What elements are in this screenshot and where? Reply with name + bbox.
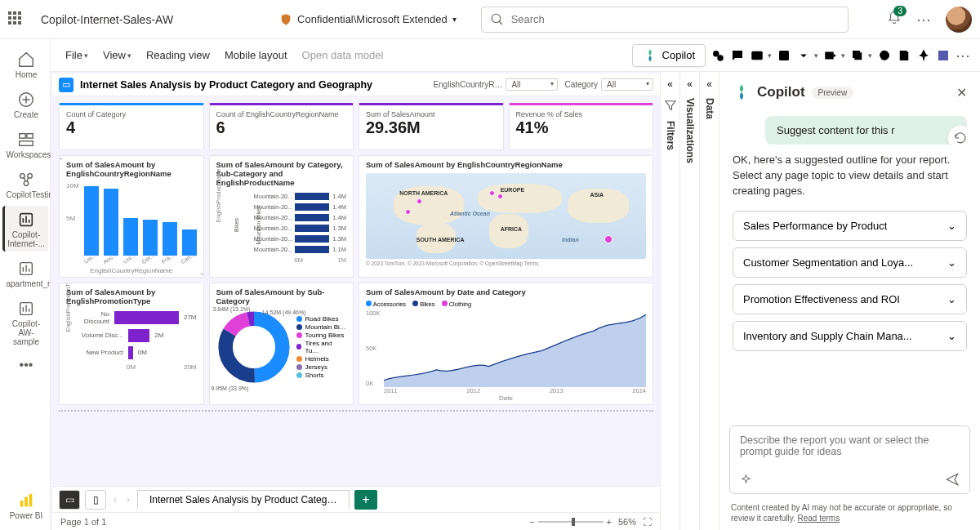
- home-icon: [17, 51, 35, 69]
- export-icon[interactable]: [796, 48, 811, 63]
- pin-icon[interactable]: [916, 48, 931, 63]
- share-icon[interactable]: [823, 48, 838, 63]
- kpi-revenue-pct[interactable]: Revenue % of Sales41%: [509, 103, 654, 150]
- zoom-slider[interactable]: − +: [529, 517, 612, 527]
- kpi-country-count[interactable]: Count of EnglishCountryRegionName6: [209, 103, 354, 150]
- nav-home[interactable]: Home: [2, 46, 48, 82]
- menu-mobile[interactable]: Mobile layout: [220, 46, 292, 65]
- more-options-icon[interactable]: ⋯: [916, 11, 931, 29]
- search-box[interactable]: [481, 7, 849, 33]
- report-icon: [17, 300, 35, 318]
- chevron-down-icon: ⌄: [947, 330, 956, 342]
- send-icon[interactable]: [945, 472, 960, 487]
- copilot-footer: Content created by AI may not be accurat…: [719, 499, 980, 530]
- notifications-button[interactable]: 3: [887, 11, 902, 29]
- filter-icon: [663, 98, 678, 113]
- workspaces-icon: [17, 131, 35, 149]
- slicer-country[interactable]: EnglishCountryR…All: [433, 78, 558, 91]
- copilot-header: Copilot Preview ✕: [719, 72, 980, 109]
- explore-icon[interactable]: [710, 48, 725, 63]
- add-page-button[interactable]: +: [354, 490, 377, 510]
- chevron-down-icon: ⌄: [947, 220, 956, 232]
- menu-reading[interactable]: Reading view: [141, 46, 215, 65]
- svg-line-1: [499, 21, 502, 24]
- svg-rect-25: [29, 494, 33, 507]
- preview-badge: Preview: [812, 87, 854, 99]
- nav-copilot-testing[interactable]: CopilotTesting: [2, 166, 48, 203]
- chevron-left-icon: «: [687, 78, 693, 90]
- powerbi-icon: [17, 492, 35, 510]
- read-terms-link[interactable]: Read terms: [798, 514, 840, 523]
- fit-page-icon[interactable]: ⛶: [643, 517, 652, 527]
- comment-icon[interactable]: [730, 48, 745, 63]
- left-nav-rail: Home Create Workspaces CopilotTesting Co…: [0, 39, 51, 530]
- zoom-in-icon[interactable]: +: [607, 517, 612, 527]
- svg-rect-7: [20, 141, 33, 146]
- report-canvas: ▭ Internet Sales Analysis by Product Cat…: [51, 72, 660, 530]
- zoom-level: 56%: [618, 517, 636, 527]
- refresh-icon[interactable]: [877, 48, 892, 63]
- svg-rect-33: [902, 51, 906, 54]
- page-tab[interactable]: Internet Sales Analysis by Product Categ…: [137, 490, 350, 509]
- close-icon[interactable]: ✕: [956, 85, 967, 100]
- menu-file[interactable]: File▾: [60, 46, 93, 65]
- viz-sales-by-product-hbar[interactable]: Sum of SalesAmount by Category, Sub-Cate…: [209, 155, 354, 278]
- nav-more[interactable]: •••: [2, 353, 48, 376]
- filters-pane-collapsed[interactable]: « Filters: [660, 72, 679, 530]
- nav-create[interactable]: Create: [2, 86, 48, 122]
- svg-rect-6: [27, 134, 33, 139]
- subscribe-icon[interactable]: [750, 48, 764, 63]
- data-pane-collapsed[interactable]: « Data: [699, 72, 719, 530]
- copilot-textarea[interactable]: [740, 434, 960, 465]
- nav-apartment[interactable]: apartment_rentals: [2, 255, 48, 292]
- kpi-sales-amount[interactable]: Sum of SalesAmount29.36M: [359, 103, 504, 150]
- nav-powerbi[interactable]: Power BI: [2, 487, 48, 523]
- nav-workspaces[interactable]: Workspaces: [2, 126, 48, 163]
- svg-rect-29: [779, 51, 789, 60]
- user-avatar[interactable]: [946, 7, 972, 33]
- area-legend: Accessories Bikes Clothing: [366, 301, 646, 308]
- search-input[interactable]: [511, 13, 840, 25]
- copilot-button[interactable]: Copilot: [632, 44, 706, 67]
- mobile-layout-icon[interactable]: ▯: [85, 490, 106, 510]
- save-icon[interactable]: [897, 48, 911, 63]
- suggestion-3[interactable]: Promotion Effectiveness and ROI⌄: [733, 284, 967, 314]
- copilot-logo-icon: [733, 83, 751, 101]
- kpi-category-count[interactable]: Count of Category4: [59, 103, 204, 150]
- donut-chart[interactable]: 3.84M (13.1%) 14.52M (49.46%) 9.95M (33.…: [216, 310, 292, 385]
- copilot-input-box[interactable]: [729, 425, 970, 494]
- suggestion-4[interactable]: Inventory and Supply Chain Mana...⌄: [733, 321, 967, 351]
- viz-sales-donut[interactable]: Sum of SalesAmount by Sub-Category 3.84M…: [209, 283, 354, 405]
- suggestion-2[interactable]: Customer Segmentation and Loya...⌄: [733, 247, 967, 278]
- app-launcher-icon[interactable]: [8, 11, 24, 28]
- svg-point-0: [492, 14, 501, 23]
- ribbon-more-icon[interactable]: ⋯: [956, 47, 970, 65]
- shield-icon: [279, 13, 292, 26]
- plus-circle-icon: [17, 91, 35, 109]
- menu-view[interactable]: View▾: [98, 46, 136, 65]
- visualizations-pane-collapsed[interactable]: « Visualizations: [679, 72, 699, 530]
- svg-point-10: [24, 181, 29, 186]
- user-prompt-pill: Suggest content for this r: [765, 116, 967, 145]
- teams-app-icon[interactable]: [936, 48, 951, 63]
- nav-copilot-internet[interactable]: Copilot-Internet-...: [2, 206, 48, 252]
- zoom-out-icon[interactable]: −: [529, 517, 534, 527]
- viz-sales-by-promotion[interactable]: Sum of SalesAmount by EnglishPromotionTy…: [59, 283, 204, 405]
- refresh-button[interactable]: [947, 125, 967, 145]
- viz-sales-map[interactable]: Sum of SalesAmount by EnglishCountryRegi…: [359, 155, 653, 278]
- nav-copilot-aw[interactable]: Copilot-AW-sample: [2, 295, 48, 350]
- slicer-category[interactable]: CategoryAll: [564, 78, 653, 91]
- desktop-layout-icon[interactable]: ▭: [59, 490, 80, 510]
- viz-sales-by-date-area[interactable]: Sum of SalesAmount by Date and Category …: [359, 283, 653, 405]
- world-map[interactable]: NORTH AMERICA EUROPE ASIA AFRICA SOUTH A…: [366, 173, 646, 259]
- sensitivity-label[interactable]: Confidential\Microsoft Extended ▾: [279, 13, 457, 26]
- svg-point-27: [717, 55, 724, 61]
- canvas-edge: [59, 410, 653, 479]
- dashboard-grid: Count of Category4 Count of EnglishCount…: [52, 96, 660, 486]
- suggestion-1[interactable]: Sales Performance by Product⌄: [733, 211, 967, 241]
- sparkle-icon[interactable]: [740, 474, 752, 486]
- report-icon: [17, 260, 35, 278]
- teams-icon[interactable]: [777, 48, 791, 63]
- viz-sales-by-country-bar[interactable]: Sum of SalesAmount by EnglishCountryRegi…: [59, 155, 204, 278]
- duplicate-icon[interactable]: [850, 48, 865, 63]
